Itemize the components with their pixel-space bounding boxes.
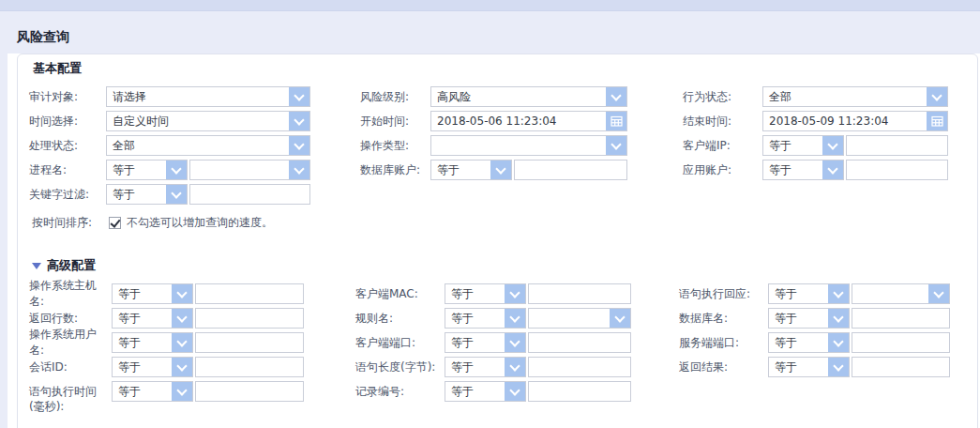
select-value: 等于 xyxy=(769,311,828,327)
db-name-operator-select[interactable]: 等于 xyxy=(768,308,850,329)
stmt-exec-time-input[interactable] xyxy=(195,381,304,402)
db-account-operator-select[interactable]: 等于 xyxy=(430,160,512,180)
field-label: 关键字过滤: xyxy=(29,187,106,203)
chevron-down-icon[interactable] xyxy=(172,382,192,401)
sort-by-time-checkbox[interactable] xyxy=(109,217,121,229)
chevron-down-icon[interactable] xyxy=(289,87,309,106)
field-server-port: 服务端端口: 等于 xyxy=(679,332,950,353)
start-time-picker[interactable]: 2018-05-06 11:23:04 xyxy=(430,111,627,131)
chevron-down-icon[interactable] xyxy=(822,160,843,179)
chevron-down-icon[interactable] xyxy=(927,87,947,106)
chevron-down-icon[interactable] xyxy=(490,160,511,179)
session-id-operator-select[interactable]: 等于 xyxy=(112,357,193,377)
client-mac-input[interactable] xyxy=(528,283,631,304)
server-port-input[interactable] xyxy=(852,332,950,353)
advanced-section-toggle[interactable]: 高级配置 xyxy=(32,257,96,274)
chevron-down-icon[interactable] xyxy=(172,333,192,352)
chevron-down-icon[interactable] xyxy=(172,284,192,303)
record-no-operator-select[interactable]: 等于 xyxy=(445,381,526,402)
keyword-filter-input[interactable] xyxy=(189,184,310,205)
return-rows-operator-select[interactable]: 等于 xyxy=(112,308,193,329)
audit-object-select[interactable]: 请选择 xyxy=(106,86,310,107)
client-mac-operator-select[interactable]: 等于 xyxy=(445,283,526,304)
db-account-input[interactable] xyxy=(514,160,627,180)
end-time-picker[interactable]: 2018-05-09 11:23:04 xyxy=(762,111,948,131)
chevron-down-icon[interactable] xyxy=(505,382,525,401)
chevron-down-icon[interactable] xyxy=(505,309,525,328)
field-label: 服务端端口: xyxy=(679,335,768,351)
field-label: 客户端端口: xyxy=(355,335,445,351)
chevron-down-icon[interactable] xyxy=(505,284,525,303)
chevron-down-icon[interactable] xyxy=(828,309,849,328)
chevron-down-icon[interactable] xyxy=(166,185,187,204)
chevron-down-icon[interactable] xyxy=(172,309,192,328)
stmt-exec-time-operator-select[interactable]: 等于 xyxy=(112,381,193,402)
field-time-select: 时间选择: 自定义时间 xyxy=(29,111,310,131)
field-label: 结束时间: xyxy=(683,114,762,130)
process-name-input[interactable] xyxy=(190,161,289,178)
chevron-down-icon[interactable] xyxy=(828,284,849,303)
app-account-operator-select[interactable]: 等于 xyxy=(762,160,844,180)
return-result-input[interactable] xyxy=(852,357,950,377)
db-name-input[interactable] xyxy=(852,308,950,329)
field-stmt-length: 语句长度(字节): 等于 xyxy=(355,357,631,377)
calendar-icon[interactable] xyxy=(606,112,626,130)
rule-name-input[interactable] xyxy=(529,310,610,327)
time-select-select[interactable]: 自定义时间 xyxy=(106,111,310,131)
process-status-select[interactable]: 全部 xyxy=(106,135,310,156)
chevron-down-icon[interactable] xyxy=(172,358,192,376)
chevron-down-icon[interactable] xyxy=(505,333,525,352)
session-id-input[interactable] xyxy=(195,357,304,377)
chevron-down-icon[interactable] xyxy=(610,309,630,328)
rule-name-operator-select[interactable]: 等于 xyxy=(445,308,526,329)
os-hostname-operator-select[interactable]: 等于 xyxy=(112,283,193,304)
chevron-down-icon[interactable] xyxy=(289,160,309,179)
chevron-down-icon[interactable] xyxy=(166,160,187,179)
query-form-panel: 基本配置 审计对象: 请选择 风险级别: 高风险 行为状态: 全部 时间选择: … xyxy=(17,54,978,428)
select-value: 等于 xyxy=(769,359,828,375)
chevron-down-icon[interactable] xyxy=(822,136,843,155)
field-label: 风险级别: xyxy=(360,89,430,105)
field-risk-level: 风险级别: 高风险 xyxy=(360,86,627,107)
select-value: 等于 xyxy=(763,162,822,178)
stmt-response-operator-select[interactable]: 等于 xyxy=(768,283,850,304)
client-port-operator-select[interactable]: 等于 xyxy=(445,332,526,353)
risk-level-select[interactable]: 高风险 xyxy=(430,86,627,107)
keyword-filter-operator-select[interactable]: 等于 xyxy=(106,184,188,205)
client-ip-input[interactable] xyxy=(846,135,948,156)
return-rows-input[interactable] xyxy=(195,308,304,329)
app-account-input[interactable] xyxy=(846,160,948,180)
os-username-operator-select[interactable]: 等于 xyxy=(112,332,193,353)
chevron-down-icon[interactable] xyxy=(606,87,626,106)
field-label: 应用账户: xyxy=(683,162,762,178)
rule-name-combobox[interactable] xyxy=(528,308,631,329)
process-name-operator-select[interactable]: 等于 xyxy=(106,160,188,180)
client-port-input[interactable] xyxy=(528,332,631,353)
record-no-input[interactable] xyxy=(528,381,631,402)
calendar-icon[interactable] xyxy=(927,112,947,130)
behavior-status-select[interactable]: 全部 xyxy=(762,86,948,107)
field-os-hostname: 操作系统主机名: 等于 xyxy=(29,283,304,304)
chevron-down-icon[interactable] xyxy=(505,358,525,376)
process-name-combobox[interactable] xyxy=(189,160,310,180)
os-hostname-input[interactable] xyxy=(195,283,304,304)
chevron-down-icon[interactable] xyxy=(828,333,849,352)
os-username-input[interactable] xyxy=(195,332,304,353)
select-value: 等于 xyxy=(431,162,490,178)
stmt-response-combobox[interactable] xyxy=(852,283,950,304)
checkbox-note: 不勾选可以增加查询的速度。 xyxy=(127,215,273,231)
field-operation-type: 操作类型: xyxy=(360,135,627,156)
stmt-response-input[interactable] xyxy=(852,285,928,302)
client-ip-operator-select[interactable]: 等于 xyxy=(762,135,844,156)
stmt-length-operator-select[interactable]: 等于 xyxy=(445,357,526,377)
collapse-triangle-icon xyxy=(32,263,41,269)
operation-type-select[interactable] xyxy=(430,135,627,156)
stmt-length-input[interactable] xyxy=(528,357,631,377)
return-result-operator-select[interactable]: 等于 xyxy=(768,357,850,377)
chevron-down-icon[interactable] xyxy=(606,136,626,155)
chevron-down-icon[interactable] xyxy=(928,284,949,303)
server-port-operator-select[interactable]: 等于 xyxy=(768,332,850,353)
chevron-down-icon[interactable] xyxy=(289,136,309,155)
chevron-down-icon[interactable] xyxy=(289,112,309,130)
chevron-down-icon[interactable] xyxy=(828,358,849,376)
